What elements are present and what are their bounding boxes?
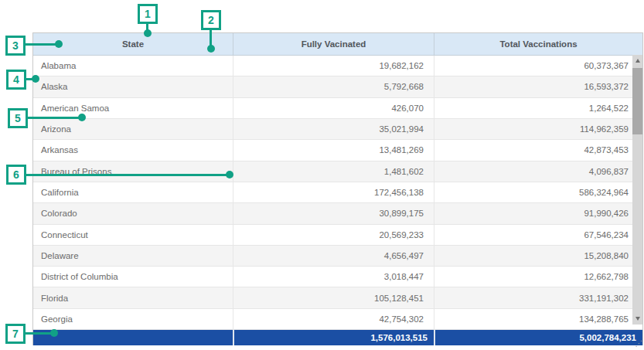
annotation-marker-3: 3 (5, 36, 26, 56)
fully-vaccinated-cell: 4,656,497 (233, 246, 434, 266)
summary-state-cell (33, 330, 233, 345)
state-cell: American Samoa (33, 98, 233, 118)
table-row[interactable]: District of Columbia3,018,44712,662,798 (33, 267, 642, 287)
scrollbar-thumb[interactable] (632, 68, 642, 134)
callout-dot-5 (78, 114, 86, 121)
fully-vaccinated-cell: 13,481,269 (233, 140, 434, 160)
summary-row: 1,576,013,515 5,002,784,231 (33, 330, 642, 345)
scroll-up-arrow-icon[interactable] (632, 55, 642, 66)
total-vaccinations-cell: 114,962,359 (434, 119, 642, 139)
callout-dot-1 (144, 29, 152, 37)
column-header-fully-vaccinated[interactable]: Fully Vacinated (233, 33, 434, 55)
state-cell: Florida (33, 287, 233, 308)
annotation-marker-7: 7 (5, 324, 26, 344)
attribute-table: State Fully Vacinated Total Vaccinations… (32, 32, 643, 345)
total-vaccinations-cell: 586,324,964 (434, 182, 642, 202)
fully-vaccinated-cell: 35,021,994 (233, 119, 434, 139)
table-row[interactable]: American Samoa426,0701,264,522 (33, 98, 642, 119)
callout-line-5 (26, 117, 82, 119)
annotation-marker-1: 1 (138, 4, 158, 24)
callout-line-6 (25, 174, 230, 176)
fully-vaccinated-cell: 3,018,447 (233, 267, 434, 287)
vertical-scrollbar[interactable] (632, 55, 642, 325)
total-vaccinations-cell: 91,990,426 (434, 203, 642, 223)
callout-dot-2 (207, 45, 215, 53)
state-cell: Alaska (33, 76, 233, 97)
summary-total-vaccinations-cell: 5,002,784,231 (434, 330, 642, 345)
table-row[interactable]: Alabama19,682,16260,373,367 (33, 56, 642, 76)
fully-vaccinated-cell: 42,754,302 (233, 309, 434, 329)
table-row[interactable]: Connecticut20,569,23367,546,234 (33, 225, 642, 246)
table-row[interactable]: Bureau of Prisons1,481,6024,096,837 (33, 161, 642, 182)
table-row[interactable]: Alaska5,792,66816,593,372 (33, 76, 642, 97)
annotation-marker-5: 5 (8, 108, 28, 128)
column-header-state[interactable]: State (33, 33, 233, 55)
fully-vaccinated-cell: 19,682,162 (233, 56, 434, 76)
table-row[interactable]: Georgia42,754,302134,288,765 (33, 309, 642, 330)
total-vaccinations-cell: 4,096,837 (434, 161, 642, 182)
state-cell: Colorado (33, 203, 233, 223)
table-row[interactable]: Arizona35,021,994114,962,359 (33, 119, 642, 140)
resize-grip-icon[interactable]: ⋰ (635, 339, 643, 348)
state-cell: Alabama (33, 56, 233, 76)
fully-vaccinated-cell: 30,899,175 (233, 203, 434, 223)
callout-line-3 (24, 43, 59, 46)
callout-dot-4 (32, 75, 39, 83)
annotation-marker-6: 6 (6, 165, 26, 185)
table-body: Alabama19,682,16260,373,367Alaska5,792,6… (33, 56, 642, 330)
table-row[interactable]: Arkansas13,481,26942,873,453 (33, 140, 642, 161)
callout-dot-6 (226, 171, 233, 178)
total-vaccinations-cell: 331,191,302 (434, 287, 642, 308)
fully-vaccinated-cell: 1,481,602 (233, 161, 434, 182)
column-header-total-vaccinations[interactable]: Total Vaccinations (434, 33, 642, 55)
annotation-marker-4: 4 (6, 70, 26, 90)
state-cell: Connecticut (33, 225, 233, 245)
total-vaccinations-cell: 42,873,453 (434, 140, 642, 160)
callout-dot-3 (55, 40, 63, 48)
state-cell: District of Columbia (33, 267, 233, 287)
scroll-down-arrow-icon[interactable] (632, 313, 642, 325)
total-vaccinations-cell: 12,662,798 (434, 267, 642, 287)
state-cell: Delaware (33, 246, 233, 266)
table-row[interactable]: Delaware4,656,49715,208,840 (33, 246, 642, 267)
annotation-marker-2: 2 (201, 10, 221, 30)
total-vaccinations-cell: 15,208,840 (434, 246, 642, 266)
state-cell: Bureau of Prisons (33, 161, 233, 182)
total-vaccinations-cell: 60,373,367 (434, 56, 642, 76)
callout-dot-7 (50, 329, 58, 337)
total-vaccinations-cell: 67,546,234 (434, 225, 642, 245)
fully-vaccinated-cell: 105,128,451 (233, 287, 434, 308)
state-cell: Arkansas (33, 140, 233, 160)
state-cell: Arizona (33, 119, 233, 139)
state-cell: Georgia (33, 309, 233, 329)
fully-vaccinated-cell: 426,070 (233, 98, 434, 118)
table-header-row: State Fully Vacinated Total Vaccinations (33, 33, 642, 56)
summary-fully-vaccinated-cell: 1,576,013,515 (233, 330, 434, 345)
fully-vaccinated-cell: 172,456,138 (233, 182, 434, 202)
total-vaccinations-cell: 16,593,372 (434, 76, 642, 97)
screenshot-canvas: State Fully Vacinated Total Vaccinations… (0, 0, 644, 350)
state-cell: California (33, 182, 233, 202)
fully-vaccinated-cell: 20,569,233 (233, 225, 434, 245)
table-row[interactable]: Florida105,128,451331,191,302 (33, 287, 642, 308)
fully-vaccinated-cell: 5,792,668 (233, 76, 434, 97)
table-row[interactable]: Colorado30,899,17591,990,426 (33, 203, 642, 224)
total-vaccinations-cell: 134,288,765 (434, 309, 642, 329)
total-vaccinations-cell: 1,264,522 (434, 98, 642, 118)
table-row[interactable]: California172,456,138586,324,964 (33, 182, 642, 203)
